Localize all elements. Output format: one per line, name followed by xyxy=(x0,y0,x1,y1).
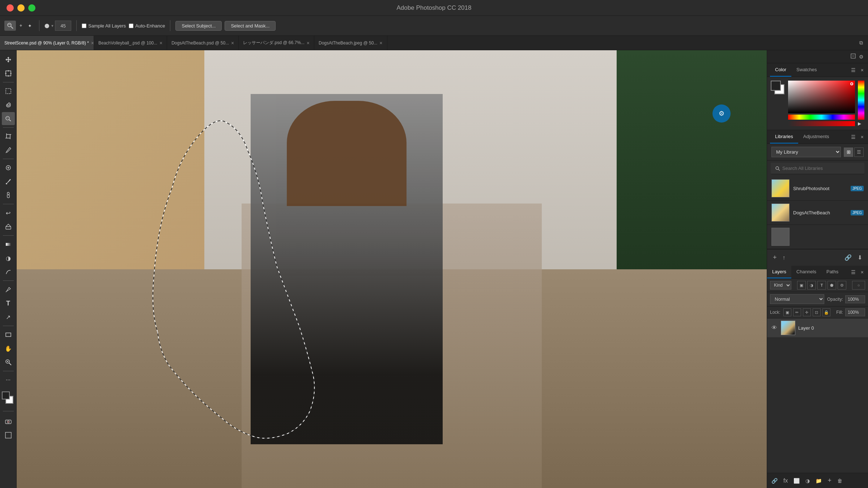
extra-tools[interactable]: ··· xyxy=(2,373,15,386)
magic-wand-tool[interactable]: ✦ xyxy=(26,22,34,30)
eraser-tool[interactable] xyxy=(2,220,15,233)
layer-item-0[interactable]: 👁 Layer 0 xyxy=(767,318,868,337)
library-dropdown[interactable]: My Library xyxy=(771,147,841,157)
gradient-tool[interactable] xyxy=(2,238,15,251)
color-panel-close[interactable]: × xyxy=(859,66,865,74)
select-subject-button[interactable]: Select Subject... xyxy=(175,21,222,31)
fill-input[interactable] xyxy=(845,308,865,316)
hue-indicator[interactable]: ▶ xyxy=(858,121,864,126)
foreground-color-swatch[interactable] xyxy=(2,391,10,399)
tab-dogsbeachjpeg[interactable]: DogsAtTheBeach.jpeg @ 50... × xyxy=(314,36,387,50)
layers-panel-menu[interactable]: ☰ xyxy=(850,268,857,277)
tab-paths[interactable]: Paths xyxy=(821,266,843,278)
healing-brush-tool[interactable] xyxy=(2,161,15,174)
canvas-area[interactable]: .marching-ants { fill: none; stroke: whi… xyxy=(17,50,767,488)
library-search-input[interactable] xyxy=(782,166,860,171)
layers-panel-close[interactable]: × xyxy=(859,268,865,277)
library-link-button[interactable]: 🔗 xyxy=(843,253,853,262)
library-item-dogsatbeach[interactable]: DogsAtTheBeach JPEG xyxy=(767,201,868,225)
tab-dogsatbeach[interactable]: DogsAtTheBeach.psd @ 50... × xyxy=(167,36,239,50)
layer-add-button[interactable]: + xyxy=(826,475,833,486)
lasso-tool-left[interactable] xyxy=(2,98,15,111)
library-upload-button[interactable]: ↑ xyxy=(781,253,787,262)
arrange-docs-button[interactable]: ⧉ xyxy=(858,38,864,47)
eyedropper-tool[interactable] xyxy=(2,144,15,157)
tab-streetscene[interactable]: StreetScene.psd @ 90% (Layer 0, RGB/8) *… xyxy=(0,36,94,50)
filter-text-icon[interactable]: T xyxy=(817,281,826,290)
color-saturation-brightness[interactable] xyxy=(788,81,855,113)
tab-channels[interactable]: Channels xyxy=(791,266,821,278)
maximize-button[interactable] xyxy=(28,4,35,12)
tab-libraries[interactable]: Libraries xyxy=(770,130,798,144)
layer-fx-button[interactable]: fx xyxy=(782,476,789,485)
rectangle-tool[interactable] xyxy=(2,328,15,341)
layer-link-button[interactable]: 🔗 xyxy=(770,476,779,485)
dodge-tool[interactable]: ◑ xyxy=(2,252,15,265)
auto-enhance-checkbox[interactable] xyxy=(129,23,133,28)
brush-size-input[interactable]: 45 xyxy=(55,21,71,31)
tab-layers[interactable]: Layers xyxy=(767,266,791,278)
lock-image-pixels[interactable]: ✏ xyxy=(793,308,801,316)
tab-panda[interactable]: レッサーパンダ.psd @ 66.7%... × xyxy=(239,36,314,50)
marquee-tool[interactable] xyxy=(2,85,15,98)
quick-selection-tool[interactable] xyxy=(4,21,16,31)
change-screen-mode[interactable] xyxy=(2,429,15,442)
color-panel-menu[interactable]: ☰ xyxy=(850,66,857,74)
layer-mask-button[interactable]: ⬜ xyxy=(792,476,801,485)
layer-delete-button[interactable]: 🗑 xyxy=(836,476,844,485)
library-grid-view[interactable]: ⊞ xyxy=(844,147,853,157)
filter-adjustment-icon[interactable]: ◑ xyxy=(807,281,816,290)
layers-filter-dropdown[interactable]: Kind xyxy=(770,281,791,290)
tab-close-beachvolleyball[interactable]: × xyxy=(159,40,162,46)
lasso-tool[interactable]: ⌖ xyxy=(17,21,24,30)
library-item-shrubphotoshoot[interactable]: ShrubPhotoshoot JPEG xyxy=(767,176,868,201)
library-list-view[interactable]: ☰ xyxy=(854,147,864,157)
vertical-hue-slider[interactable] xyxy=(858,81,864,120)
tab-swatches[interactable]: Swatches xyxy=(791,63,822,77)
tab-color[interactable]: Color xyxy=(770,63,791,77)
library-add-button[interactable]: + xyxy=(771,252,778,263)
libraries-panel-menu[interactable]: ☰ xyxy=(850,133,857,141)
minimize-button[interactable] xyxy=(17,4,25,12)
layer-visibility-eye[interactable]: 👁 xyxy=(771,325,778,331)
quick-mask-mode[interactable] xyxy=(2,415,15,428)
fg-color-box[interactable] xyxy=(771,81,781,91)
filter-smart-icon[interactable]: ⚙ xyxy=(838,281,846,290)
auto-enhance-label[interactable]: Auto-Enhance xyxy=(129,23,165,29)
tab-adjustments[interactable]: Adjustments xyxy=(798,130,834,144)
filter-shape-icon[interactable]: ⬟ xyxy=(827,281,836,290)
tab-close-panda[interactable]: × xyxy=(307,40,310,46)
tab-close-streetscene[interactable]: × xyxy=(91,40,94,46)
quick-selection-left[interactable] xyxy=(2,112,15,125)
artboard-tool[interactable] xyxy=(2,67,15,80)
lock-transparent-pixels[interactable]: ▣ xyxy=(783,308,791,316)
panel-properties-icon[interactable] xyxy=(849,52,858,61)
sample-all-layers-label[interactable]: Sample All Layers xyxy=(82,23,126,29)
clone-stamp-tool[interactable] xyxy=(2,189,15,202)
history-brush-tool[interactable]: ↩ xyxy=(2,206,15,219)
opacity-slider[interactable] xyxy=(788,121,855,126)
lock-all[interactable]: 🔒 xyxy=(822,308,830,316)
hue-slider[interactable] xyxy=(788,115,855,120)
lock-artboard[interactable]: ⊡ xyxy=(813,308,821,316)
brush-tool[interactable] xyxy=(2,175,15,188)
sample-all-layers-checkbox[interactable] xyxy=(82,23,86,28)
tab-beachvolleyball[interactable]: BeachVolleyball_.psd @ 100... × xyxy=(94,36,167,50)
layer-group-button[interactable]: 📁 xyxy=(814,476,823,485)
lock-position[interactable]: ✛ xyxy=(803,308,811,316)
pen-tool[interactable] xyxy=(2,283,15,296)
crop-tool[interactable] xyxy=(2,130,15,143)
library-item-3[interactable] xyxy=(767,225,868,249)
blend-mode-dropdown[interactable]: Normal xyxy=(770,294,824,304)
path-selection-tool[interactable]: ↗ xyxy=(2,311,15,324)
move-tool[interactable] xyxy=(2,53,15,66)
library-import-button[interactable]: ⬇ xyxy=(856,253,864,262)
select-and-mask-button[interactable]: Select and Mask... xyxy=(225,21,276,31)
tab-close-dogsbeachjpeg[interactable]: × xyxy=(379,40,382,46)
libraries-panel-close[interactable]: × xyxy=(859,133,865,141)
hand-tool[interactable]: ✋ xyxy=(2,342,15,355)
tab-close-dogsatbeach[interactable]: × xyxy=(231,40,234,46)
close-button[interactable] xyxy=(7,4,14,12)
panel-adjustments-icon[interactable]: ⚙ xyxy=(858,52,865,61)
zoom-tool[interactable] xyxy=(2,356,15,369)
